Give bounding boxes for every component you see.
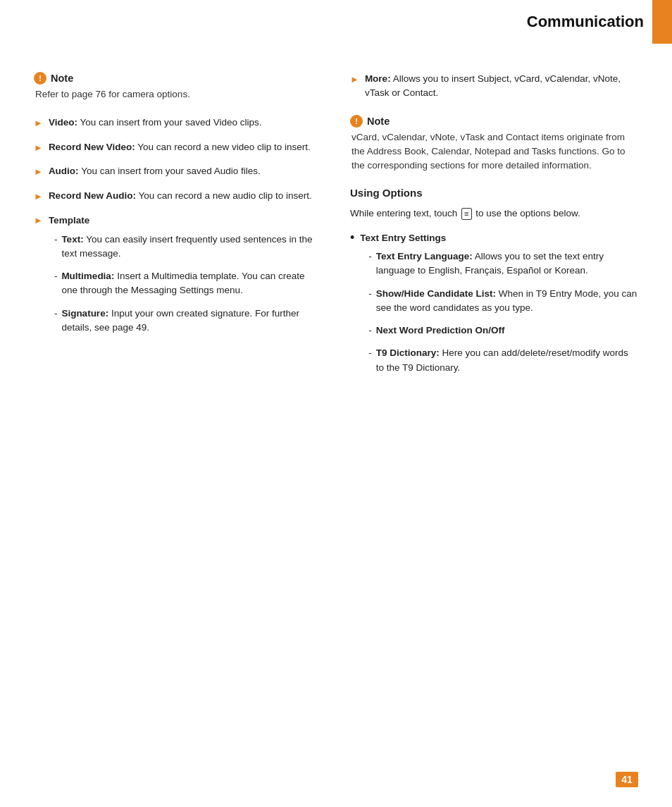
using-options-heading: Using Options [350, 187, 638, 199]
sub-label: Next Word Prediction On/Off [376, 325, 505, 335]
sub-dash: - [368, 287, 372, 301]
template-content: Template - Text: You can easily insert f… [49, 213, 322, 343]
note-icon: ! [34, 72, 46, 85]
left-note-box: ! Note Refer to page 76 for camera optio… [34, 72, 322, 101]
list-item: • Text Entry Settings - Text Entry Langu… [350, 231, 638, 383]
header-accent-bar [652, 0, 672, 44]
right-column: ► More: Allows you to insert Subject, vC… [350, 72, 638, 393]
options-dot-list: • Text Entry Settings - Text Entry Langu… [350, 231, 638, 383]
left-note-title: ! Note [34, 72, 322, 85]
note-icon: ! [350, 115, 363, 128]
list-item: - Multimedia: Insert a Multimedia templa… [54, 269, 322, 298]
bullet-label: Record New Video: [49, 142, 135, 152]
sub-dash: - [368, 324, 372, 338]
left-note-label: Note [51, 73, 73, 84]
more-label: More: [365, 73, 391, 84]
sub-dash: - [368, 346, 372, 360]
left-note-text: Refer to page 76 for camera options. [34, 87, 322, 101]
right-note-label: Note [367, 116, 390, 127]
sub-dash: - [54, 307, 58, 321]
list-item: - T9 Dictionary: Here you can add/delete… [368, 346, 638, 375]
template-section: ► Template - Text: You can easily insert… [34, 213, 322, 343]
list-item: ► Record New Video: You can record a new… [34, 140, 322, 155]
list-item: - Signature: Input your own created sign… [54, 307, 322, 335]
bullet-arrow-icon: ► [34, 141, 43, 155]
list-item: - Show/Hide Candidate List: When in T9 E… [368, 287, 638, 316]
sub-item-text: Next Word Prediction On/Off [376, 324, 505, 338]
template-label: Template [49, 215, 89, 226]
list-item: ► Record New Audio: You can record a new… [34, 189, 322, 204]
left-column: ! Note Refer to page 76 for camera optio… [34, 72, 322, 393]
sub-item-label: Text: [61, 234, 83, 245]
bullet-label: Video: [49, 117, 77, 128]
right-note-text: vCard, vCalendar, vNote, vTask and Conta… [350, 130, 638, 173]
bullet-text: Record New Audio: You can record a new a… [49, 189, 312, 203]
bullet-arrow-icon: ► [34, 165, 43, 179]
dot-item-label: Text Entry Settings [360, 233, 446, 243]
list-item: ► Audio: You can insert from your saved … [34, 164, 322, 179]
template-sub-list: - Text: You can easily insert frequently… [54, 233, 322, 335]
intro-text-after: to use the options below. [473, 208, 580, 218]
sub-item-label: Signature: [61, 308, 108, 319]
page-number: 41 [616, 772, 638, 787]
bullet-arrow-icon: ► [34, 190, 43, 204]
sub-label: Show/Hide Candidate List: [376, 288, 496, 299]
list-item: - Text Entry Language: Allows you to set… [368, 250, 638, 278]
bullet-label: Audio: [49, 166, 79, 176]
bullet-arrow-icon: ► [34, 116, 43, 130]
sub-item-text: Signature: Input your own created signat… [61, 307, 322, 335]
dot-item-content: Text Entry Settings - Text Entry Languag… [360, 231, 638, 383]
main-content: ! Note Refer to page 76 for camera optio… [0, 65, 672, 421]
page-title: Communication [513, 0, 652, 44]
page-header: Communication [0, 0, 672, 44]
more-text: More: Allows you to insert Subject, vCar… [365, 72, 638, 101]
sub-item-text: Show/Hide Candidate List: When in T9 Ent… [376, 287, 638, 316]
sub-dash: - [54, 233, 58, 247]
left-bullet-list: ► Video: You can insert from your saved … [34, 116, 322, 203]
list-item: - Text: You can easily insert frequently… [54, 233, 322, 261]
dot-bullet-icon: • [350, 231, 354, 245]
dot-sub-list: - Text Entry Language: Allows you to set… [368, 250, 638, 375]
bullet-text: Video: You can insert from your saved Vi… [49, 116, 262, 130]
menu-icon: ≡ [461, 208, 471, 220]
bullet-label: Record New Audio: [49, 190, 136, 201]
sub-dash: - [54, 269, 58, 283]
list-item: - Next Word Prediction On/Off [368, 324, 638, 338]
bullet-text: Record New Video: You can record a new v… [49, 140, 311, 154]
sub-dash: - [368, 250, 372, 264]
more-arrow-icon: ► [350, 73, 359, 87]
right-note-title: ! Note [350, 115, 638, 128]
list-item: ► Video: You can insert from your saved … [34, 116, 322, 130]
bullet-text: Audio: You can insert from your saved Au… [49, 164, 261, 178]
bullet-arrow-icon: ► [34, 214, 43, 228]
using-options-section: Using Options While entering text, touch… [350, 187, 638, 383]
intro-text-before: While entering text, touch [350, 208, 460, 218]
sub-item-label: Multimedia: [61, 271, 114, 281]
sub-item-text: Text Entry Language: Allows you to set t… [376, 250, 638, 278]
sub-item-text: T9 Dictionary: Here you can add/delete/r… [376, 346, 638, 375]
sub-item-text: Multimedia: Insert a Multimedia template… [61, 269, 322, 298]
sub-item-text: Text: You can easily insert frequently u… [61, 233, 322, 261]
sub-label: T9 Dictionary: [376, 347, 440, 358]
sub-label: Text Entry Language: [376, 251, 473, 261]
right-note-box: ! Note vCard, vCalendar, vNote, vTask an… [350, 115, 638, 173]
more-item: ► More: Allows you to insert Subject, vC… [350, 72, 638, 101]
using-options-intro: While entering text, touch ≡ to use the … [350, 206, 638, 221]
